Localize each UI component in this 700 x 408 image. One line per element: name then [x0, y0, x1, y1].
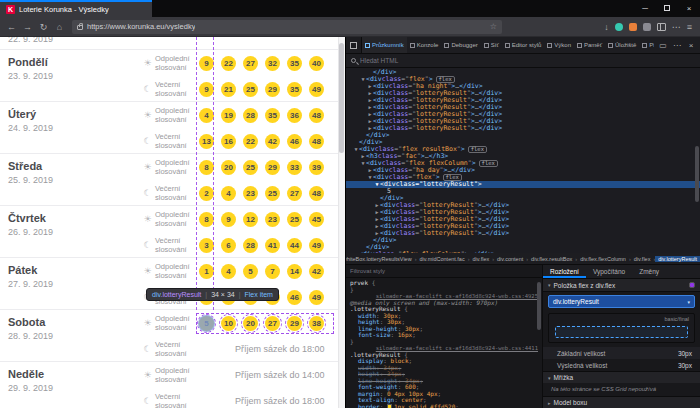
lottery-number-ball[interactable]: 5	[243, 264, 258, 279]
lottery-number-ball[interactable]: 5	[199, 316, 214, 331]
markup-node[interactable]: </div>	[346, 132, 700, 139]
lottery-number-ball[interactable]: 42	[309, 264, 324, 279]
lottery-number-ball[interactable]: 27	[287, 186, 302, 201]
lottery-number-ball[interactable]: 9	[221, 212, 236, 227]
breadcrumb-item[interactable]: div.flex	[631, 256, 654, 262]
browser-tab[interactable]: K Loterie Korunka - Výsledky	[0, 0, 152, 17]
lottery-number-ball[interactable]: 9	[199, 56, 214, 71]
breadcrumb-item[interactable]: div.flex.flexColumn	[577, 256, 629, 262]
extension-icon[interactable]	[643, 23, 651, 31]
flex-item-select[interactable]: div.lotteryResult ▾	[548, 295, 695, 308]
lottery-number-ball[interactable]: 35	[287, 82, 302, 97]
reload-icon[interactable]: ↻	[37, 20, 50, 34]
markup-node[interactable]: ▶<div class="lotteryResult">…</div>	[346, 230, 700, 237]
lottery-number-ball[interactable]: 20	[243, 316, 258, 331]
box-model-section-header[interactable]: ▸ Model boxu	[543, 396, 700, 408]
lottery-number-ball[interactable]: 12	[243, 212, 258, 227]
hamburger-menu-icon[interactable]: ≡	[687, 20, 692, 34]
lottery-number-ball[interactable]: 45	[309, 212, 324, 227]
lottery-number-ball[interactable]: 46	[287, 290, 302, 305]
flex-item-section-header[interactable]: ▾ Položka flex z div.flex	[543, 279, 700, 292]
devtools-tab-debugger[interactable]: Debugger	[441, 37, 480, 53]
devtools-tab-network[interactable]: Síť	[481, 37, 502, 53]
lottery-number-ball[interactable]: 35	[265, 108, 280, 123]
downloads-icon[interactable]: ↓	[604, 20, 609, 34]
back-icon[interactable]: ←	[5, 20, 18, 34]
lottery-number-ball[interactable]: 27	[243, 56, 258, 71]
overlay-color-swatch[interactable]	[689, 282, 695, 288]
lottery-number-ball[interactable]: 4	[221, 264, 236, 279]
extension-icon[interactable]	[615, 23, 623, 31]
lottery-number-ball[interactable]: 10	[221, 316, 236, 331]
devtools-tab-console[interactable]: Konzole	[407, 37, 442, 53]
lottery-number-ball[interactable]: 28	[243, 108, 258, 123]
filter-styles-input[interactable]	[350, 268, 538, 274]
lottery-number-ball[interactable]: 22	[221, 56, 236, 71]
lottery-number-ball[interactable]: 27	[265, 316, 280, 331]
lottery-number-ball[interactable]: 33	[287, 160, 302, 175]
lottery-number-ball[interactable]: 48	[309, 186, 324, 201]
url-text[interactable]: https://www.korunka.eu/vysledky	[87, 22, 195, 31]
lottery-number-ball[interactable]: 49	[309, 290, 324, 305]
lottery-number-ball[interactable]: 29	[287, 316, 302, 331]
pick-element-button[interactable]	[346, 37, 362, 53]
lottery-number-ball[interactable]: 48	[309, 108, 324, 123]
lock-icon[interactable]	[77, 25, 83, 30]
lottery-number-ball[interactable]: 49	[309, 82, 324, 97]
lottery-number-ball[interactable]: 1	[199, 264, 214, 279]
lottery-number-ball[interactable]: 39	[309, 160, 324, 175]
lottery-number-ball[interactable]: 6	[221, 238, 236, 253]
devtools-tab-performance[interactable]: Výkon	[544, 37, 574, 53]
lottery-number-ball[interactable]: 8	[199, 160, 214, 175]
sidebar-tab-vypotno[interactable]: Vypočítáno	[586, 265, 632, 278]
breadcrumb-item[interactable]: div.block.whiteBox.lotteryResultsView	[346, 256, 415, 262]
lottery-number-ball[interactable]: 25	[287, 212, 302, 227]
responsive-design-icon[interactable]: ▭	[657, 41, 669, 50]
lottery-number-ball[interactable]: 9	[199, 82, 214, 97]
breadcrumb-item[interactable]: div.lotteryResult	[655, 256, 700, 262]
url-bar[interactable]: https://www.korunka.eu/vysledky ☆	[72, 20, 502, 34]
lottery-number-ball[interactable]: 46	[287, 134, 302, 149]
markup-node[interactable]: ▶<div class="lotteryResult">…</div>	[346, 125, 700, 132]
devtools-tab-style-editor[interactable]: Editor stylů	[502, 37, 545, 53]
rules-scrollbar[interactable]	[537, 282, 541, 330]
close-devtools-icon[interactable]: ×	[685, 41, 697, 50]
page-scrollbar[interactable]	[338, 37, 345, 408]
home-icon[interactable]: ⌂	[53, 20, 66, 34]
lottery-number-ball[interactable]: 41	[265, 238, 280, 253]
breadcrumb-item[interactable]: div.midContent.fac	[417, 256, 468, 262]
lottery-number-ball[interactable]: 13	[199, 134, 214, 149]
extension-icon[interactable]	[629, 23, 637, 31]
lottery-number-ball[interactable]: 35	[287, 56, 302, 71]
lottery-number-ball[interactable]: 36	[287, 108, 302, 123]
lottery-number-ball[interactable]: 22	[243, 134, 258, 149]
color-swatch[interactable]	[387, 404, 392, 408]
bookmark-star-icon[interactable]: ☆	[490, 22, 497, 31]
markup-search-input[interactable]	[360, 57, 695, 64]
lottery-number-ball[interactable]: 23	[243, 186, 258, 201]
lottery-number-ball[interactable]: 2	[199, 186, 214, 201]
lottery-number-ball[interactable]: 25	[243, 82, 258, 97]
close-window-button[interactable]: ×	[678, 0, 700, 17]
forward-icon[interactable]: →	[21, 20, 34, 34]
lottery-number-ball[interactable]: 21	[221, 82, 236, 97]
devtools-tab-storage[interactable]: Úložiště	[605, 37, 639, 53]
lottery-number-ball[interactable]: 4	[199, 108, 214, 123]
lottery-number-ball[interactable]: 48	[309, 134, 324, 149]
devtools-tab-memory[interactable]: Paměť	[574, 37, 605, 53]
markup-node[interactable]: ▼<div class="lotteryResult">	[346, 181, 700, 188]
lottery-number-ball[interactable]: 4	[221, 186, 236, 201]
lottery-number-ball[interactable]: 42	[265, 134, 280, 149]
lottery-number-ball[interactable]: 44	[287, 238, 302, 253]
sidebar-tab-zmny[interactable]: Změny	[632, 265, 666, 278]
lottery-number-ball[interactable]: 20	[221, 160, 236, 175]
lottery-number-ball[interactable]: 40	[309, 56, 324, 71]
css-declaration[interactable]: border: 1px solid #ffd520;	[350, 404, 538, 408]
markup-node[interactable]: </div>	[346, 237, 700, 244]
sidebar-toggle-icon[interactable]	[657, 23, 666, 31]
lottery-number-ball[interactable]: 29	[265, 160, 280, 175]
sidebar-tab-rozloen[interactable]: Rozložení	[543, 265, 586, 278]
lottery-number-ball[interactable]: 32	[265, 56, 280, 71]
grid-section-header[interactable]: ▾ Mřížka	[543, 371, 700, 383]
lottery-number-ball[interactable]: 49	[309, 238, 324, 253]
